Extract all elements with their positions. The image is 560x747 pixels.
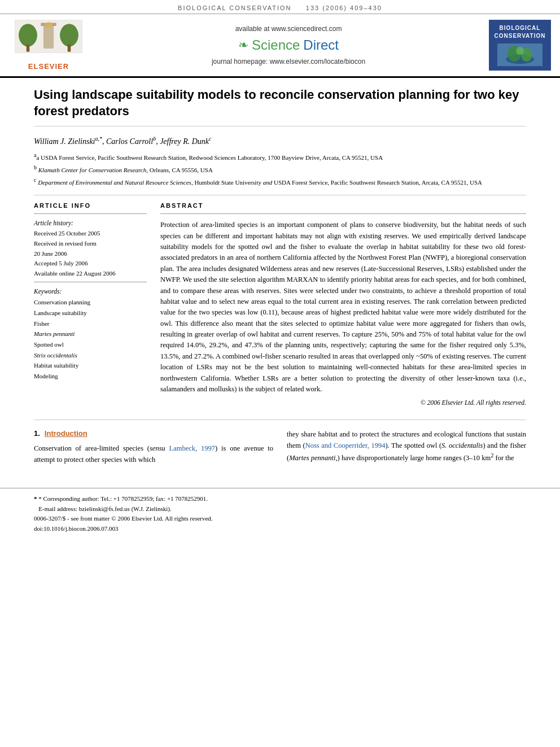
abstract-label: ABSTRACT: [160, 202, 526, 209]
copyright-line: © 2006 Elsevier Ltd. All rights reserved…: [160, 399, 526, 406]
lambeck-link[interactable]: Lambeck, 1997: [169, 444, 215, 452]
sd-direct: Direct: [303, 37, 339, 53]
footer-doi: doi:10.1016/j.biocon.2006.07.003: [34, 524, 526, 534]
footer-star-note: * * Corresponding author: Tel.: +1 70782…: [34, 494, 526, 504]
divider2: [34, 282, 147, 282]
online-date: Available online 22 August 2006: [34, 269, 147, 279]
svg-point-11: [516, 47, 524, 55]
section-number: 1.: [34, 429, 40, 438]
section-title: Introduction: [45, 429, 88, 438]
intro-right-col: they share habitat and to protect the st…: [287, 429, 526, 465]
accepted-date: Accepted 5 July 2006: [34, 259, 147, 269]
author1-name: William J. Zielinski: [34, 137, 95, 146]
author3-name: Jeffrey R. Dunk: [160, 137, 209, 146]
author1-sup: a,*: [95, 136, 103, 142]
svg-point-4: [60, 24, 78, 46]
article-info-label: ARTICLE INFO: [34, 202, 147, 209]
homepage-text: journal homepage: www.elsevier.com/locat…: [99, 58, 478, 65]
elsevier-logo: ELSEVIER: [9, 20, 88, 71]
revised-label: Received in revised form: [34, 239, 147, 249]
footer-email-text: E-mail address: bzielinski@fs.fed.us (W.…: [38, 505, 172, 512]
intro-left-col: 1. Introduction Conservation of area-lim…: [34, 429, 273, 465]
sciencedirect-logo: ❧ ScienceDirect: [99, 37, 478, 53]
abstract-text: Protection of area-limited species is an…: [160, 220, 526, 395]
main-content: Using landscape suitability models to re…: [0, 78, 560, 477]
svg-rect-6: [68, 45, 71, 52]
journal-name: BIOLOGICAL CONSERVATION: [178, 5, 291, 11]
intro-text-left: Conservation of area-limited species (se…: [34, 443, 273, 465]
svg-rect-5: [27, 45, 29, 52]
authors-line: William J. Zielinskia,*, Carlos Carrollb…: [34, 136, 526, 146]
affiliation-b: b Klamath Center for Conservation Resear…: [34, 163, 526, 174]
sd-leaf-icon: ❧: [238, 38, 248, 53]
affiliation-c: c Department of Environmental and Natura…: [34, 176, 526, 187]
footer-corresponding: * Corresponding author: Tel.: +1 7078252…: [38, 495, 208, 502]
keyword-4: Martes pennanti: [34, 329, 147, 339]
keyword-6: Strix occidentalis: [34, 350, 147, 361]
keyword-7: Habitat suitability: [34, 360, 147, 371]
article-info-col: ARTICLE INFO Article history: Received 2…: [34, 202, 147, 406]
history-title: Article history:: [34, 220, 147, 226]
intro-text-right: they share habitat and to protect the st…: [287, 429, 526, 464]
biocon-line2: CONSERVATION: [495, 32, 546, 40]
svg-point-3: [19, 24, 37, 46]
footer-email: E-mail address: bzielinski@fs.fed.us (W.…: [34, 504, 526, 514]
journal-volume: 133 (2006) 409–430: [306, 5, 382, 11]
divider1: [34, 213, 147, 214]
intro-heading: 1. Introduction: [34, 429, 273, 438]
elsevier-text: ELSEVIER: [28, 62, 69, 71]
author2-sup: b: [153, 136, 156, 142]
footer-rights: 0006-3207/$ - see front matter © 2006 El…: [34, 514, 526, 524]
abstract-col: ABSTRACT Protection of area-limited spec…: [160, 202, 526, 406]
affiliation-a: aa USDA Forest Service, Pacific Southwes…: [34, 151, 526, 162]
noss-link[interactable]: Noss and Cooperrider, 1994: [305, 442, 386, 449]
keyword-3: Fisher: [34, 318, 147, 329]
introduction-section: 1. Introduction Conservation of area-lim…: [34, 420, 526, 465]
keyword-1: Conservation planning: [34, 297, 147, 308]
biocon-line1: BIOLOGICAL: [500, 24, 541, 32]
keywords-title: Keywords:: [34, 288, 147, 295]
keyword-2: Landscape suitability: [34, 308, 147, 318]
author3-sup: c: [209, 136, 211, 142]
author2-name: Carlos Carroll: [106, 137, 153, 146]
svg-point-7: [45, 23, 53, 28]
article-title: Using landscape suitability models to re…: [34, 87, 526, 126]
sd-science: Science: [252, 37, 300, 53]
footer-section: * * Corresponding author: Tel.: +1 70782…: [0, 488, 560, 539]
journal-header: BIOLOGICAL CONSERVATION 133 (2006) 409–4…: [0, 0, 560, 14]
center-banner: available at www.sciencedirect.com ❧ Sci…: [88, 25, 489, 65]
keyword-5: Spotted owl: [34, 339, 147, 350]
svg-rect-1: [43, 24, 54, 49]
section-columns: 1. Introduction Conservation of area-lim…: [34, 429, 526, 465]
revised-date: 20 June 2006: [34, 249, 147, 259]
available-text: available at www.sciencedirect.com: [99, 25, 478, 33]
keyword-8: Modeling: [34, 371, 147, 382]
received-date: Received 25 October 2005: [34, 229, 147, 239]
bio-conservation-box: BIOLOGICAL CONSERVATION: [489, 20, 551, 71]
top-banner: ELSEVIER available at www.sciencedirect.…: [0, 14, 560, 78]
info-abstract-section: ARTICLE INFO Article history: Received 2…: [34, 202, 526, 406]
abstract-divider: [160, 213, 526, 214]
affiliations: aa USDA Forest Service, Pacific Southwes…: [34, 151, 526, 195]
